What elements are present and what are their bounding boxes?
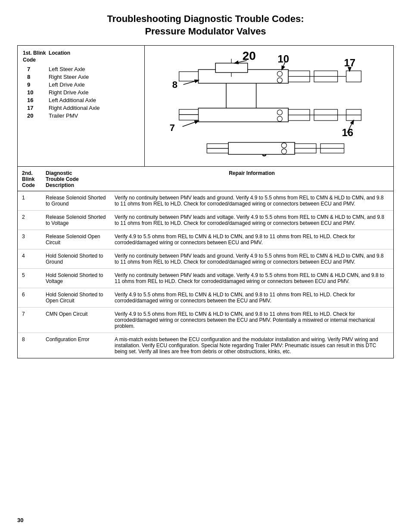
svg-rect-22 xyxy=(198,108,288,122)
cell-description: Hold Solenoid Shorted to Open Circuit xyxy=(41,288,110,308)
blink-row-8: 8 Right Steer Axle xyxy=(23,74,139,80)
svg-point-17 xyxy=(277,72,282,77)
table-row: 7CMN Open CircuitVerify 4.9 to 5.5 ohms … xyxy=(18,308,393,333)
cell-repair: Verify no continuity between PMV leads a… xyxy=(110,249,393,269)
blink-row-10: 10 Right Drive Axle xyxy=(23,89,139,96)
diagnostic-table: 2nd.BlinkCode DiagnosticTrouble CodeDesc… xyxy=(18,167,393,358)
table-row: 3Release Solenoid Open CircuitVerify 4.9… xyxy=(18,230,393,249)
cell-repair: A mis-match exists between the ECU confi… xyxy=(110,333,393,358)
top-section: 1st. BlinkCode Location 7 Left Steer Axl… xyxy=(18,46,393,167)
cell-description: Hold Solenoid Shorted to Voltage xyxy=(41,269,110,288)
diagnostic-table-section: 2nd.BlinkCode DiagnosticTrouble CodeDesc… xyxy=(18,167,393,358)
cell-code: 4 xyxy=(18,249,41,269)
blink-col1-header: 1st. BlinkCode xyxy=(23,50,49,63)
cell-repair: Verify no continuity between PMV leads a… xyxy=(110,269,393,288)
cell-code: 7 xyxy=(18,308,41,333)
svg-line-31 xyxy=(183,121,199,127)
svg-point-18 xyxy=(277,78,282,83)
svg-point-29 xyxy=(277,110,282,115)
svg-rect-41 xyxy=(215,63,248,73)
cell-repair: Verify no continuity between PMV leads a… xyxy=(110,211,393,230)
cell-code: 1 xyxy=(18,191,41,211)
cell-code: 3 xyxy=(18,230,41,249)
cell-repair: Verify 4.9 to 5.5 ohms from REL to CMN &… xyxy=(110,308,393,333)
blink-row-9: 9 Left Drive Axle xyxy=(23,81,139,88)
cell-description: CMN Open Circuit xyxy=(41,308,110,333)
blink-table-header: 1st. BlinkCode Location xyxy=(23,50,139,63)
table-row: 8Configuration ErrorA mis-match exists b… xyxy=(18,333,393,358)
page-title: Troubleshooting Diagnostic Trouble Codes… xyxy=(17,13,394,37)
th-desc: DiagnosticTrouble CodeDescription xyxy=(41,167,110,191)
table-row: 5Hold Solenoid Shorted to VoltageVerify … xyxy=(18,269,393,288)
table-row: 2Release Solenoid Shorted to VoltageVeri… xyxy=(18,211,393,230)
cell-repair: Verify no continuity between PMV leads a… xyxy=(110,191,393,211)
table-row: 1Release Solenoid Shorted to GroundVerif… xyxy=(18,191,393,211)
blink-col2-header: Location xyxy=(49,50,70,63)
svg-rect-16 xyxy=(346,71,361,82)
svg-text:7: 7 xyxy=(170,122,175,133)
cell-code: 5 xyxy=(18,269,41,288)
page-number: 30 xyxy=(17,517,23,523)
cell-code: 8 xyxy=(18,333,41,358)
cell-description: Release Solenoid Shorted to Voltage xyxy=(41,211,110,230)
table-row: 6Hold Solenoid Shorted to Open CircuitVe… xyxy=(18,288,393,308)
svg-rect-11 xyxy=(179,72,199,81)
page: Troubleshooting Diagnostic Trouble Codes… xyxy=(0,0,411,376)
blink-row-7: 7 Left Steer Axle xyxy=(23,66,139,72)
svg-point-30 xyxy=(277,116,282,121)
main-content-box: 1st. BlinkCode Location 7 Left Steer Axl… xyxy=(17,45,394,358)
blink-row-17: 17 Right Additional Axle xyxy=(23,105,139,111)
th-repair: Repair Information xyxy=(110,167,393,191)
svg-point-38 xyxy=(281,143,286,148)
table-header-row: 2nd.BlinkCode DiagnosticTrouble CodeDesc… xyxy=(18,167,393,191)
axle-diagram: 20 10 17 8 7 9 16 xyxy=(145,46,393,166)
blink-row-16: 16 Left Additional Axle xyxy=(23,97,139,103)
table-body: 1Release Solenoid Shorted to GroundVerif… xyxy=(18,191,393,358)
th-code: 2nd.BlinkCode xyxy=(18,167,41,191)
blink-row-20: 20 Trailer PMV xyxy=(23,112,139,119)
svg-text:10: 10 xyxy=(277,53,289,65)
blink-code-table: 1st. BlinkCode Location 7 Left Steer Axl… xyxy=(18,46,145,166)
diagram-svg: 20 10 17 8 7 9 16 xyxy=(149,50,389,162)
cell-repair: Verify 4.9 to 5.5 ohms from REL to CMN &… xyxy=(110,230,393,249)
svg-text:17: 17 xyxy=(344,57,356,69)
cell-repair: Verify 4.9 to 5.5 ohms from REL to CMN &… xyxy=(110,288,393,308)
svg-text:8: 8 xyxy=(172,79,177,90)
cell-description: Release Solenoid Open Circuit xyxy=(41,230,110,249)
cell-code: 2 xyxy=(18,211,41,230)
cell-description: Configuration Error xyxy=(41,333,110,358)
cell-description: Hold Solenoid Shorted to Ground xyxy=(41,249,110,269)
cell-code: 6 xyxy=(18,288,41,308)
table-row: 4Hold Solenoid Shorted to GroundVerify n… xyxy=(18,249,393,269)
svg-text:20: 20 xyxy=(243,50,256,62)
svg-point-39 xyxy=(281,149,286,154)
cell-description: Release Solenoid Shorted to Ground xyxy=(41,191,110,211)
